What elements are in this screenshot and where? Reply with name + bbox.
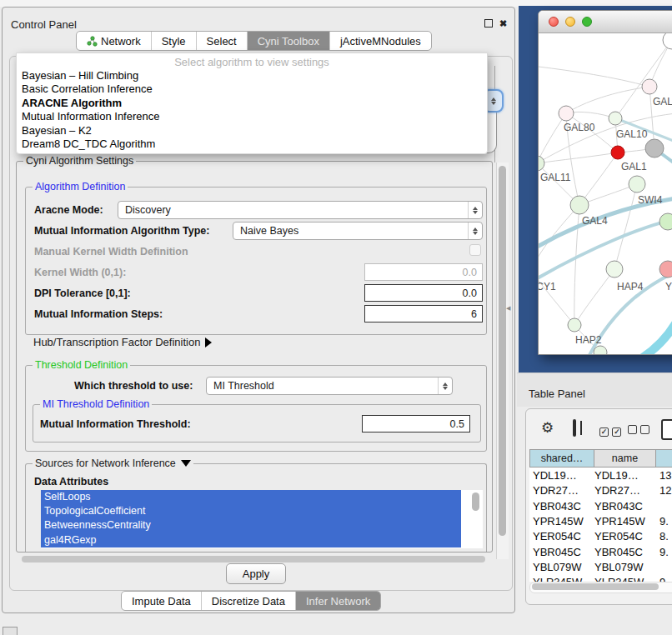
table-row[interactable]: YER054CYER054C8.	[529, 530, 672, 545]
panel-collapse-button[interactable]	[3, 627, 18, 635]
table-row[interactable]: YDR27…YDR27…12	[529, 484, 672, 499]
app-root: { "colors": { "selection_blue": "#3e6ccf…	[0, 0, 672, 635]
table-row[interactable]: YBR043CYBR043C	[529, 500, 672, 515]
hub-definition-label: Hub/Transcription Factor Definition	[33, 336, 200, 348]
network-node-gal[interactable]	[642, 79, 657, 94]
node-label: GAL11	[540, 172, 571, 183]
expander-down-icon	[181, 460, 191, 467]
algorithm-option[interactable]: Dream8 DC_TDC Algorithm	[17, 138, 487, 151]
apply-button[interactable]: Apply	[226, 563, 286, 584]
table-cell: 8.	[659, 530, 669, 542]
network-node-swi4[interactable]	[629, 176, 645, 192]
tab-impute-data[interactable]: Impute Data	[122, 592, 201, 610]
data-attribute-item[interactable]: TopologicalCoefficient	[41, 504, 461, 518]
tab-jactivemnodules[interactable]: jActiveMNodules	[329, 32, 431, 50]
column-header-partial[interactable]	[655, 449, 672, 468]
aracne-mode-combo[interactable]: Discovery	[118, 201, 483, 219]
network-window-titlebar[interactable]	[539, 11, 672, 33]
network-node[interactable]	[663, 33, 672, 49]
node-label: HAP2	[575, 334, 602, 346]
table-cell: YBR045C	[533, 546, 581, 558]
table-row[interactable]: YDL19…YDL19…13	[529, 469, 672, 484]
close-window-icon[interactable]	[549, 17, 559, 27]
mi-threshold-field[interactable]: 0.5	[362, 415, 470, 432]
threshold-definition-title: Threshold Definition	[33, 359, 130, 371]
algorithm-option[interactable]: ARACNE Algorithm	[17, 97, 487, 110]
table-row[interactable]: YBL079WYBL079W	[529, 561, 672, 576]
table-hscrollbar[interactable]	[529, 582, 672, 593]
split-view-icon[interactable]	[573, 419, 576, 437]
algorithm-definition-title: Algorithm Definition	[33, 181, 128, 192]
close-panel-icon[interactable]: ✖	[499, 19, 507, 28]
node-label: SWI4	[638, 194, 663, 206]
hub-definition-expander[interactable]: Hub/Transcription Factor Definition	[33, 336, 212, 348]
algorithm-option[interactable]: Mutual Information Inference	[17, 110, 487, 123]
data-attribute-item[interactable]: gal4RGexp	[41, 533, 461, 548]
network-canvas[interactable]: GALGAL80GAL10GAL1GAL11SWI4GAL4GCY1HAP4YH…	[539, 33, 672, 355]
data-attributes-list[interactable]: SelfLoopsTopologicalCoefficientBetweenne…	[41, 490, 483, 548]
table-cell: YBL079W	[594, 561, 644, 573]
tab-network[interactable]: Network	[77, 32, 151, 50]
float-panel-icon[interactable]	[484, 19, 493, 29]
tab-cyni-toolbox[interactable]: Cyni Toolbox	[247, 32, 329, 50]
sources-title: Sources for Network Inference	[35, 458, 176, 469]
column-header-name[interactable]: name	[594, 449, 656, 468]
network-node-y[interactable]	[659, 261, 672, 278]
tab-discretize-data[interactable]: Discretize Data	[201, 592, 295, 610]
attributes-list-scrollbar[interactable]	[472, 492, 479, 511]
table-row[interactable]: YLR345WYLR345W9.	[529, 576, 672, 582]
data-attribute-item[interactable]: BetweennessCentrality	[41, 518, 461, 532]
zoom-window-icon[interactable]	[582, 17, 592, 27]
network-node-gal11[interactable]	[539, 156, 544, 171]
manual-kernel-label: Manual Kernel Width Definition	[34, 246, 188, 258]
node-label: GAL4	[582, 215, 608, 227]
algorithm-option[interactable]: Basic Correlation Inference	[17, 82, 487, 96]
settings-group-title: Cyni Algorithm Settings	[23, 155, 136, 167]
table-panel: ⚙ ✓ ✓ shared… name YDL19…YDL19…13YDR27…Y…	[525, 408, 672, 605]
dpi-tolerance-field[interactable]: 0.0	[364, 284, 483, 302]
mi-steps-field[interactable]: 6	[364, 305, 483, 322]
network-node[interactable]	[611, 146, 624, 159]
file-icon[interactable]	[661, 419, 672, 440]
network-node[interactable]	[659, 213, 672, 230]
network-node-gal1[interactable]	[645, 139, 664, 158]
sources-group: Sources for Network Inference Data Attri…	[25, 463, 487, 552]
node-label: GCY1	[539, 281, 556, 292]
which-threshold-combo[interactable]: MI Threshold	[206, 377, 453, 395]
network-node-gal10[interactable]	[609, 112, 622, 125]
dpi-tolerance-label: DPI Tolerance [0,1]:	[34, 288, 131, 299]
mi-steps-label: Mutual Information Steps:	[34, 308, 163, 320]
network-window[interactable]: GALGAL80GAL10GAL1GAL11SWI4GAL4GCY1HAP4YH…	[538, 10, 672, 355]
network-node-hap2[interactable]	[568, 318, 581, 332]
network-node-gal4[interactable]	[570, 196, 589, 214]
column-header-shared[interactable]: shared…	[529, 449, 594, 468]
mi-type-combo[interactable]: Naive Bayes	[233, 222, 483, 240]
manual-kernel-checkbox[interactable]	[469, 244, 481, 256]
network-node[interactable]	[594, 346, 607, 355]
table-cell: YBR045C	[594, 546, 643, 558]
node-label: HAP4	[617, 281, 644, 292]
mi-type-value: Naive Bayes	[240, 225, 468, 237]
settings-vscrollbar[interactable]	[496, 162, 509, 559]
network-node-hap4[interactable]	[606, 261, 623, 278]
table-row[interactable]: YPR145WYPR145W9.	[529, 515, 672, 530]
minimize-window-icon[interactable]	[565, 17, 575, 27]
table-body[interactable]: YDL19…YDL19…13YDR27…YDR27…12YBR043CYBR04…	[529, 468, 672, 582]
network-node-gal80[interactable]	[559, 106, 574, 121]
algorithm-option[interactable]: Bayesian – K2	[17, 124, 487, 138]
splitpane-collapse-icon[interactable]: ◀	[506, 305, 510, 312]
tab-infer-network[interactable]: Infer Network	[295, 592, 380, 610]
gear-icon[interactable]: ⚙	[541, 420, 554, 437]
tab-style[interactable]: Style	[151, 32, 196, 50]
data-attribute-item[interactable]: SelfLoops	[41, 490, 461, 504]
kernel-width-field[interactable]: 0.0	[364, 263, 483, 281]
table-cell: 9.	[659, 576, 669, 582]
table-cell: YPR145W	[533, 515, 584, 528]
table-row[interactable]: YBR045CYBR045C9.	[529, 546, 672, 561]
sources-title-wrap[interactable]: Sources for Network Inference	[33, 458, 193, 469]
algorithm-option[interactable]: Bayesian – Hill Climbing	[17, 69, 487, 82]
tab-select[interactable]: Select	[196, 32, 247, 50]
table-cell: YBL079W	[533, 561, 582, 573]
deselect-all-icon[interactable]	[628, 422, 649, 438]
select-all-icon[interactable]: ✓ ✓	[599, 422, 621, 438]
